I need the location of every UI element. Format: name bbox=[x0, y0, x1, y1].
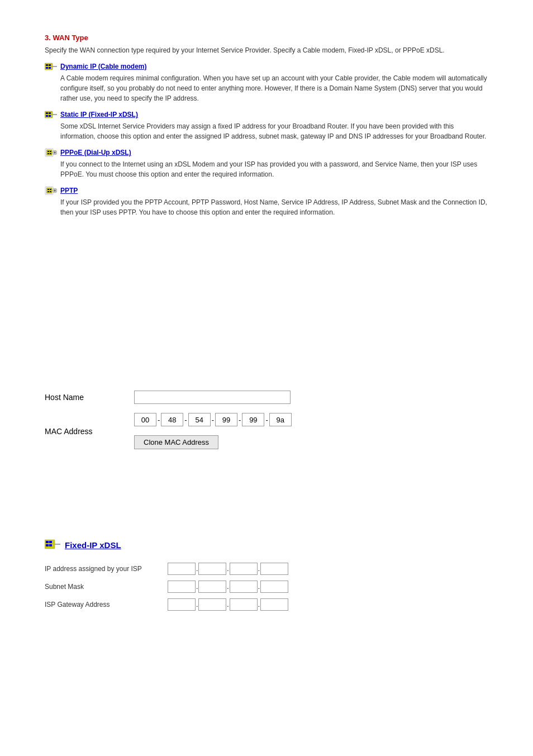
svg-rect-24 bbox=[50, 189, 51, 190]
mac-octet-2[interactable] bbox=[161, 413, 183, 426]
svg-rect-8 bbox=[49, 112, 51, 114]
ip-1-octet-1[interactable] bbox=[168, 581, 196, 593]
ip-2-octet-3[interactable] bbox=[230, 598, 258, 611]
pppoe-icon bbox=[45, 148, 57, 157]
ip-0-octet-4[interactable] bbox=[260, 563, 288, 575]
pptp-desc: If your ISP provided you the PPTP Accoun… bbox=[60, 197, 488, 217]
wan-option-pptp: PPTP If your ISP provided you the PPTP A… bbox=[45, 186, 488, 217]
dynamic-ip-link[interactable]: Dynamic IP (Cable modem) bbox=[60, 63, 147, 70]
svg-rect-26 bbox=[50, 191, 51, 192]
ip-2-octet-2[interactable] bbox=[198, 598, 226, 611]
svg-rect-10 bbox=[49, 115, 51, 117]
static-ip-link[interactable]: Static IP (Fixed-IP xDSL) bbox=[60, 111, 138, 118]
svg-rect-15 bbox=[50, 151, 51, 152]
ip-dot-2-1: . bbox=[196, 601, 198, 608]
svg-rect-14 bbox=[47, 151, 49, 152]
svg-rect-4 bbox=[49, 67, 51, 69]
ip-dot-2-2: . bbox=[227, 601, 229, 608]
fixed-ip-row-1: Subnet Mask . . . bbox=[45, 581, 488, 593]
pptp-icon bbox=[45, 186, 57, 195]
ip-dot-2-3: . bbox=[258, 601, 260, 608]
host-name-input[interactable] bbox=[134, 391, 291, 404]
wan-option-pppoe: PPPoE (Dial-Up xDSL) If you connect to t… bbox=[45, 148, 488, 179]
wan-type-section: 3. WAN Type Specify the WAN connection t… bbox=[45, 34, 488, 217]
mid-spacer bbox=[45, 472, 488, 527]
mac-octet-5[interactable] bbox=[242, 413, 264, 426]
fixed-ip-icon bbox=[45, 539, 60, 551]
clone-mac-area: Clone MAC Address bbox=[134, 431, 292, 449]
ip-dot-0-1: . bbox=[196, 565, 198, 573]
static-ip-desc: Some xDSL Internet Service Providers may… bbox=[60, 121, 488, 141]
mac-sep-4: - bbox=[239, 416, 241, 424]
wan-option-dynamic-ip-header: Dynamic IP (Cable modem) bbox=[45, 62, 488, 71]
mac-sep-1: - bbox=[158, 416, 160, 424]
mac-inputs: - - - - - bbox=[134, 413, 292, 426]
mac-address-row: MAC Address - - - - - Clone MAC Address bbox=[45, 413, 488, 449]
mac-sep-5: - bbox=[265, 416, 268, 424]
mac-octet-6[interactable] bbox=[269, 413, 292, 426]
mac-sep-2: - bbox=[184, 416, 187, 424]
clone-mac-button[interactable]: Clone MAC Address bbox=[134, 435, 218, 449]
ip-1-octet-2[interactable] bbox=[198, 581, 226, 593]
svg-rect-31 bbox=[46, 541, 49, 543]
pptp-link[interactable]: PPTP bbox=[60, 187, 78, 194]
svg-rect-32 bbox=[49, 541, 52, 543]
mac-address-label: MAC Address bbox=[45, 427, 134, 436]
static-ip-icon bbox=[45, 110, 57, 119]
fixed-ip-label-2: ISP Gateway Address bbox=[45, 601, 168, 608]
wan-section-title: 3. WAN Type bbox=[45, 34, 488, 42]
mac-octet-4[interactable] bbox=[215, 413, 237, 426]
svg-rect-1 bbox=[46, 64, 48, 66]
fixed-ip-row-2: ISP Gateway Address . . . bbox=[45, 598, 488, 611]
dynamic-ip-desc: A Cable modem requires minimal configura… bbox=[60, 73, 488, 103]
mac-and-clone-container: - - - - - Clone MAC Address bbox=[134, 413, 292, 449]
fixed-ip-section: Fixed-IP xDSL IP address assigned by you… bbox=[45, 539, 488, 611]
wan-option-static-ip-header: Static IP (Fixed-IP xDSL) bbox=[45, 110, 488, 119]
wan-option-dynamic-ip: Dynamic IP (Cable modem) A Cable modem r… bbox=[45, 62, 488, 103]
svg-rect-0 bbox=[45, 63, 53, 70]
mac-sep-3: - bbox=[212, 416, 214, 424]
ip-1-octet-4[interactable] bbox=[260, 581, 288, 593]
fixed-ip-row-0: IP address assigned by your ISP . . . bbox=[45, 563, 488, 575]
svg-rect-3 bbox=[46, 67, 48, 69]
svg-rect-2 bbox=[49, 64, 51, 66]
ip-dot-0-3: . bbox=[258, 565, 260, 573]
ip-0-octet-1[interactable] bbox=[168, 563, 196, 575]
svg-rect-17 bbox=[50, 153, 51, 154]
wan-option-pptp-header: PPTP bbox=[45, 186, 488, 195]
svg-rect-13 bbox=[46, 150, 52, 155]
svg-rect-25 bbox=[47, 191, 49, 192]
page-container: 3. WAN Type Specify the WAN connection t… bbox=[0, 0, 533, 639]
ip-dot-1-2: . bbox=[227, 583, 229, 591]
ip-dot-1-1: . bbox=[196, 583, 198, 591]
svg-rect-7 bbox=[46, 112, 48, 114]
spacer bbox=[45, 234, 488, 391]
svg-rect-34 bbox=[49, 544, 52, 546]
mac-octet-1[interactable] bbox=[134, 413, 156, 426]
svg-rect-23 bbox=[47, 189, 49, 190]
ip-0-octet-3[interactable] bbox=[230, 563, 258, 575]
fixed-ip-title: Fixed-IP xDSL bbox=[65, 540, 121, 550]
ip-dot-0-2: . bbox=[227, 565, 229, 573]
ip-1-octet-3[interactable] bbox=[230, 581, 258, 593]
fixed-ip-label-1: Subnet Mask bbox=[45, 583, 168, 591]
pppoe-link[interactable]: PPPoE (Dial-Up xDSL) bbox=[60, 149, 131, 156]
wan-section-intro: Specify the WAN connection type required… bbox=[45, 45, 488, 55]
ip-2-octet-1[interactable] bbox=[168, 598, 196, 611]
fixed-ip-title-row: Fixed-IP xDSL bbox=[45, 539, 488, 551]
wan-option-pppoe-header: PPPoE (Dial-Up xDSL) bbox=[45, 148, 488, 157]
host-name-control bbox=[134, 391, 291, 404]
ip-2-octet-4[interactable] bbox=[260, 598, 288, 611]
ip-fields-1: . . . bbox=[168, 581, 288, 593]
svg-rect-16 bbox=[47, 153, 49, 154]
ip-fields-0: . . . bbox=[168, 563, 288, 575]
cable-modem-form: Host Name MAC Address - - - - - bbox=[45, 391, 488, 449]
ip-fields-2: . . . bbox=[168, 598, 288, 611]
mac-octet-3[interactable] bbox=[188, 413, 211, 426]
pppoe-desc: If you connect to the Internet using an … bbox=[60, 159, 488, 179]
host-name-row: Host Name bbox=[45, 391, 488, 404]
svg-rect-22 bbox=[46, 188, 52, 193]
svg-rect-9 bbox=[46, 115, 48, 117]
svg-rect-6 bbox=[45, 111, 53, 118]
ip-0-octet-2[interactable] bbox=[198, 563, 226, 575]
